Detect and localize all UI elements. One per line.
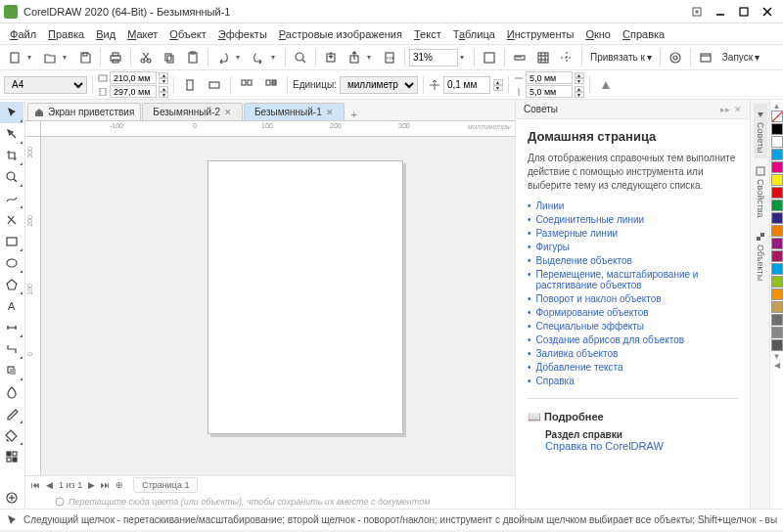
menu-edit[interactable]: Правка [42,26,90,42]
portrait-button[interactable] [179,74,201,96]
redo-dropdown[interactable]: ▾ [271,53,281,62]
hint-topic-link[interactable]: Размерные линии [536,228,619,239]
crop-tool[interactable] [0,145,23,166]
next-page-button[interactable]: ▶ [86,480,97,490]
color-swatch[interactable] [771,123,783,135]
vertical-ruler[interactable]: 3002001000 [25,137,41,475]
export-dropdown[interactable]: ▾ [367,53,377,62]
eyedropper-tool[interactable] [0,403,23,424]
hint-topic-link[interactable]: Выделение объектов [536,255,632,266]
palette-flyout[interactable]: ◀ [770,361,783,370]
redo-button[interactable] [248,47,269,68]
menu-bitmaps[interactable]: Растровые изображения [273,26,408,42]
open-dropdown[interactable]: ▾ [63,53,72,62]
hint-topic-link[interactable]: Справка [536,376,575,386]
color-swatch[interactable] [771,136,783,148]
treat-as-filled-button[interactable] [595,74,617,96]
guides-button[interactable] [556,47,577,68]
zoom-input[interactable] [409,49,458,66]
last-page-button[interactable]: ⏭ [99,480,112,490]
current-page-button[interactable] [260,74,282,96]
polygon-tool[interactable] [0,274,23,295]
width-down[interactable]: ▾ [159,78,168,84]
palette-down[interactable]: ▼ [770,352,783,361]
color-swatch[interactable] [771,339,783,351]
color-swatch[interactable] [771,238,783,249]
add-page-button[interactable]: ⊕ [114,480,125,490]
height-down[interactable]: ▾ [159,92,168,98]
hint-topic-link[interactable]: Заливка объектов [536,348,619,359]
new-dropdown[interactable]: ▾ [27,53,37,62]
color-swatch[interactable] [771,149,783,160]
panel-close-icon[interactable]: ✕ [734,105,742,114]
menu-view[interactable]: Вид [90,26,121,42]
color-swatch[interactable] [771,301,783,313]
color-swatch[interactable] [771,263,783,275]
canvas[interactable] [41,137,515,475]
no-color-swatch[interactable] [771,111,783,122]
hint-topic-link[interactable]: Формирование объектов [536,307,649,318]
undo-dropdown[interactable]: ▾ [236,53,246,62]
page-width-input[interactable] [110,71,157,84]
color-swatch[interactable] [771,200,783,211]
grid-button[interactable] [532,47,554,68]
color-swatch[interactable] [771,174,783,186]
page-tab[interactable]: Страница 1 [133,477,198,493]
color-swatch[interactable] [771,161,783,173]
publish-pdf-button[interactable]: PDF [379,47,400,68]
shape-tool[interactable] [0,123,23,145]
panel-menu-icon[interactable]: ▸▸ [720,105,730,114]
menu-layout[interactable]: Макет [121,26,163,42]
connector-tool[interactable] [0,338,23,360]
color-swatch[interactable] [771,187,783,199]
menu-object[interactable]: Объект [163,26,211,42]
search-button[interactable] [290,47,311,68]
undo-button[interactable] [212,47,234,68]
hint-topic-link[interactable]: Добавление текста [536,362,623,373]
close-tab-icon[interactable]: ✕ [224,108,232,117]
first-page-button[interactable]: ⏮ [29,480,42,490]
parallel-dimension-tool[interactable] [0,317,23,338]
color-swatch[interactable] [771,314,783,326]
ellipse-tool[interactable] [0,252,23,274]
color-swatch[interactable] [771,276,783,288]
color-swatch[interactable] [771,288,783,300]
add-tab-button[interactable]: + [345,109,363,120]
dup-x-input[interactable] [526,71,573,84]
palette-up[interactable]: ▲ [770,102,783,111]
close-button[interactable] [756,2,779,22]
dup-y-input[interactable] [526,85,573,98]
outline-tool[interactable] [0,446,23,467]
launch-dropdown[interactable]: Запуск ▾ [718,50,763,65]
docker-tab-properties[interactable]: Свойства [754,160,767,224]
settings-icon[interactable] [685,2,709,22]
menu-text[interactable]: Текст [408,26,447,42]
zoom-tool[interactable] [0,166,23,188]
zoom-dropdown[interactable]: ▾ [460,53,470,62]
hint-topic-link[interactable]: Фигуры [536,242,570,252]
hint-topic-link[interactable]: Соединительные линии [536,214,645,225]
text-tool[interactable]: A [0,295,23,317]
units-select[interactable]: миллиметры [340,76,418,94]
rectangle-tool[interactable] [0,231,23,252]
launch-icon[interactable] [695,47,716,68]
fill-tool[interactable] [0,424,23,446]
hint-topic-link[interactable]: Линии [536,200,565,211]
rulers-button[interactable] [509,47,530,68]
save-button[interactable] [74,47,96,68]
new-button[interactable] [4,47,25,68]
page-height-input[interactable] [110,85,157,98]
color-swatch[interactable] [771,250,783,262]
ruler-origin[interactable] [25,121,41,137]
print-button[interactable] [105,47,126,68]
snap-dropdown[interactable]: Привязать к ▾ [586,50,656,65]
tab-welcome[interactable]: Экран приветствия [27,103,141,120]
export-button[interactable] [344,47,365,68]
menu-file[interactable]: Файл [4,26,42,42]
tab-doc2[interactable]: Безымянный-2✕ [142,103,243,120]
color-swatch[interactable] [771,212,783,224]
color-swatch[interactable] [771,225,783,237]
paper-size-select[interactable]: A4 [4,76,87,94]
open-button[interactable] [39,47,61,68]
pick-tool[interactable] [0,102,23,123]
